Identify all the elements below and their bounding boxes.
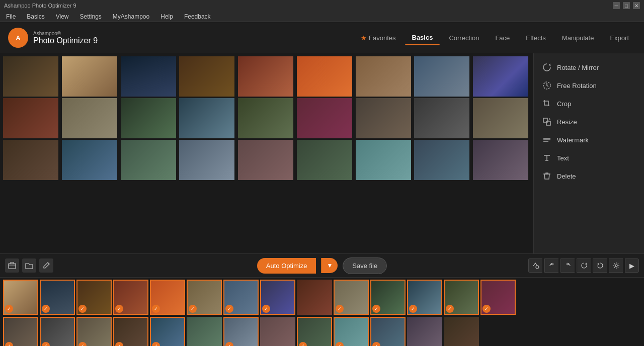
photo-cell[interactable]: [3, 98, 58, 138]
tab-manipulate[interactable]: Manipulate: [555, 31, 601, 45]
filmstrip-item[interactable]: [407, 317, 442, 346]
filmstrip-item[interactable]: ✓: [3, 280, 38, 315]
svg-point-7: [615, 265, 617, 267]
photo-cell[interactable]: [121, 56, 176, 97]
titlebar: Ashampoo Photo Optimizer 9 ─ □ ✕: [0, 0, 644, 11]
minimize-button[interactable]: ─: [613, 2, 620, 9]
menu-item-myashampoo[interactable]: MyAshampoo: [111, 12, 151, 21]
filmstrip-item[interactable]: [187, 317, 222, 346]
photo-cell[interactable]: [179, 140, 234, 180]
filmstrip-item[interactable]: ✓: [150, 317, 185, 346]
tools-button[interactable]: [528, 258, 542, 273]
photo-cell[interactable]: [121, 140, 176, 180]
panel-item-resize-label: Resize: [557, 118, 577, 126]
tab-export[interactable]: Export: [603, 31, 636, 45]
filmstrip-item[interactable]: ✓: [260, 280, 295, 315]
filmstrip-item[interactable]: ✓: [40, 280, 75, 315]
settings-button[interactable]: [609, 258, 623, 273]
tab-correction[interactable]: Correction: [442, 31, 486, 45]
filmstrip-item[interactable]: ✓: [76, 317, 112, 346]
menu-item-settings[interactable]: Settings: [77, 12, 103, 21]
filmstrip-item[interactable]: [444, 317, 479, 346]
photo-cell[interactable]: [297, 140, 352, 180]
photo-cell[interactable]: [238, 140, 293, 180]
filmstrip-item[interactable]: ✓: [223, 317, 259, 346]
photo-cell[interactable]: [238, 56, 293, 97]
filmstrip-item[interactable]: ✓: [187, 280, 222, 315]
filmstrip-item[interactable]: ✓: [223, 280, 259, 315]
rotate-left-button[interactable]: [577, 258, 591, 273]
photo-cell[interactable]: [121, 98, 176, 138]
menu-item-basics[interactable]: Basics: [25, 12, 46, 21]
filmstrip-item[interactable]: ✓: [40, 317, 75, 346]
watermark-icon: [542, 135, 552, 145]
photo-cell[interactable]: [3, 56, 58, 97]
filmstrip-item[interactable]: ✓: [407, 280, 442, 315]
filmstrip-item[interactable]: ✓: [297, 317, 332, 346]
filmstrip-item[interactable]: [260, 317, 295, 346]
photo-cell[interactable]: [179, 98, 234, 138]
photo-cell[interactable]: [297, 98, 352, 138]
menu-item-feedback[interactable]: Feedback: [182, 12, 213, 21]
photo-cell[interactable]: [356, 98, 411, 138]
photo-cell[interactable]: [179, 56, 234, 97]
photo-cell[interactable]: [356, 140, 411, 180]
filmstrip-item[interactable]: ✓: [150, 280, 185, 315]
rotate-right-button[interactable]: [593, 258, 607, 273]
filmstrip-item[interactable]: ✓: [76, 280, 112, 315]
tab-favorites[interactable]: ★ Favorites: [354, 31, 403, 45]
header: A Ashampoo® Photo Optimizer 9 ★ Favorite…: [0, 22, 644, 53]
menu-item-view[interactable]: View: [54, 12, 71, 21]
photo-cell[interactable]: [473, 98, 528, 138]
filmstrip-item[interactable]: ✓: [370, 280, 406, 315]
photo-cell[interactable]: [356, 56, 411, 97]
filmstrip-item[interactable]: ✓: [444, 280, 479, 315]
filmstrip-item[interactable]: ✓: [370, 317, 406, 346]
photo-cell[interactable]: [62, 140, 117, 180]
save-file-button[interactable]: Save file: [343, 257, 387, 274]
photo-cell[interactable]: [414, 98, 469, 138]
panel-item-crop[interactable]: Crop: [534, 95, 644, 113]
open-files-button[interactable]: [5, 258, 19, 273]
filmstrip-item[interactable]: ✓: [3, 317, 38, 346]
auto-optimize-dropdown[interactable]: ▼: [321, 258, 338, 273]
close-button[interactable]: ✕: [633, 2, 640, 9]
filmstrip-item[interactable]: [297, 280, 332, 315]
tab-basics[interactable]: Basics: [405, 31, 440, 45]
panel-item-free-rotation[interactable]: Free Rotation: [534, 76, 644, 95]
toolbar-area: Auto Optimize ▼ Save file: [0, 253, 644, 278]
panel-item-delete[interactable]: Delete: [534, 167, 644, 185]
photo-cell[interactable]: [473, 56, 528, 97]
redo-button[interactable]: [560, 258, 575, 273]
photo-cell[interactable]: [473, 140, 528, 180]
photo-cell[interactable]: [414, 140, 469, 180]
open-folder-button[interactable]: [22, 258, 36, 273]
menu-item-help[interactable]: Help: [158, 12, 175, 21]
filmstrip-item[interactable]: ✓: [113, 280, 148, 315]
maximize-button[interactable]: □: [623, 2, 630, 9]
panel-item-text[interactable]: Text: [534, 149, 644, 167]
photo-cell[interactable]: [414, 56, 469, 97]
tab-correction-label: Correction: [449, 34, 479, 42]
filmstrip-item[interactable]: ✓: [113, 317, 148, 346]
panel-item-resize[interactable]: Resize: [534, 113, 644, 131]
photo-cell[interactable]: [297, 56, 352, 97]
panel-item-rotate-mirror[interactable]: Rotate / Mirror: [534, 58, 644, 76]
filmstrip-item[interactable]: ✓: [334, 280, 369, 315]
menu-item-file[interactable]: File: [4, 12, 18, 21]
undo-button[interactable]: [544, 258, 558, 273]
filmstrip-item[interactable]: ✓: [480, 280, 516, 315]
photo-cell[interactable]: [3, 140, 58, 180]
photo-cell[interactable]: [238, 98, 293, 138]
tab-effects[interactable]: Effects: [519, 31, 553, 45]
logo-area: A Ashampoo® Photo Optimizer 9: [8, 28, 98, 48]
panel-item-watermark[interactable]: Watermark: [534, 131, 644, 149]
photo-cell[interactable]: [62, 98, 117, 138]
expand-button[interactable]: ▶: [625, 258, 639, 273]
auto-optimize-button[interactable]: Auto Optimize: [257, 258, 316, 274]
edit-button[interactable]: [39, 258, 53, 273]
photo-cell[interactable]: [62, 56, 117, 97]
filmstrip-item[interactable]: ✓: [334, 317, 369, 346]
main-content: Rotate / Mirror Free Rotation Crop: [0, 53, 644, 253]
tab-face[interactable]: Face: [488, 31, 517, 45]
